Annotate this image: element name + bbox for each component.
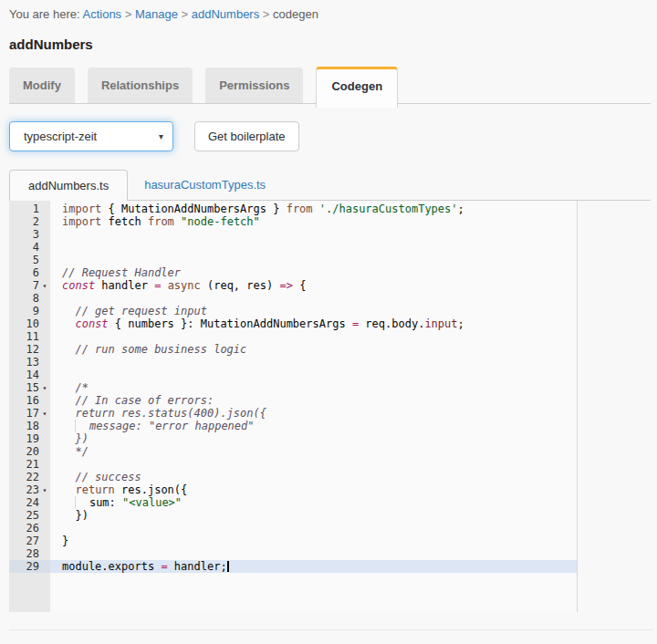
line-number: 5 bbox=[9, 254, 39, 266]
line-number: 9 bbox=[9, 305, 39, 317]
code-line[interactable]: // run some business logic bbox=[50, 343, 577, 356]
breadcrumb-link[interactable]: Actions bbox=[82, 7, 121, 21]
line-number: 27 bbox=[9, 535, 39, 547]
line-number: 29 bbox=[9, 560, 39, 573]
line-number: 21 bbox=[9, 458, 39, 471]
gutter-line: 20 bbox=[9, 445, 50, 458]
code-line[interactable]: // In case of errors: bbox=[50, 394, 577, 407]
code-line[interactable] bbox=[50, 241, 577, 254]
code-token: */ bbox=[62, 445, 89, 458]
code-token: handler; bbox=[168, 560, 227, 573]
code-line[interactable]: message: "error happened" bbox=[50, 420, 577, 432]
code-line[interactable] bbox=[50, 547, 577, 560]
gutter-line: 10 bbox=[9, 317, 50, 330]
line-number: 26 bbox=[9, 522, 39, 535]
editor-code[interactable]: import { MutationAddNumbersArgs } from '… bbox=[50, 201, 577, 612]
code-line[interactable] bbox=[50, 228, 577, 241]
code-token bbox=[62, 483, 75, 496]
code-line[interactable]: import fetch from "node-fetch" bbox=[50, 215, 577, 228]
tab-permissions[interactable]: Permissions bbox=[205, 68, 303, 103]
code-line[interactable]: const { numbers }: MutationAddNumbersArg… bbox=[50, 317, 577, 330]
gutter-line: 19 bbox=[9, 432, 50, 445]
code-line[interactable]: // Request Handler bbox=[50, 266, 577, 279]
fold-arrow-icon[interactable]: ▾ bbox=[43, 410, 47, 418]
code-line[interactable]: return res.json({ bbox=[50, 483, 577, 496]
code-line[interactable] bbox=[50, 254, 577, 266]
code-line[interactable]: */ bbox=[50, 445, 577, 458]
breadcrumb-link[interactable]: Manage bbox=[135, 7, 178, 21]
gutter-line: 7▾ bbox=[9, 279, 50, 292]
code-line[interactable]: // get request input bbox=[50, 305, 577, 317]
line-number: 8 bbox=[9, 292, 39, 305]
code-token: // get request input bbox=[62, 305, 207, 317]
code-token: (req, res) bbox=[201, 279, 280, 292]
code-line[interactable] bbox=[50, 369, 577, 381]
gutter-line: 2 bbox=[9, 215, 50, 228]
code-line[interactable]: }) bbox=[50, 432, 577, 445]
chevron-down-icon: ▾ bbox=[159, 131, 163, 141]
code-token: const bbox=[62, 279, 95, 292]
gutter-line: 16 bbox=[9, 394, 50, 407]
breadcrumb-link[interactable]: addNumbers bbox=[192, 7, 259, 21]
code-line[interactable]: module.exports = handler; bbox=[50, 560, 577, 573]
code-line[interactable]: } bbox=[50, 535, 577, 547]
file-tab-hasuraCustomTypes-ts[interactable]: hasuraCustomTypes.ts bbox=[128, 170, 282, 200]
code-line[interactable]: // success bbox=[50, 471, 577, 483]
line-number: 2 bbox=[9, 215, 39, 228]
breadcrumb-prefix: You are here: bbox=[9, 7, 82, 21]
code-token: './hasuraCustomTypes' bbox=[319, 203, 458, 215]
code-token: // Request Handler bbox=[62, 266, 181, 279]
line-number: 22 bbox=[9, 471, 39, 483]
code-line[interactable] bbox=[50, 458, 577, 471]
code-token: import bbox=[62, 203, 101, 215]
code-line[interactable]: const handler = async (req, res) => { bbox=[50, 279, 577, 292]
code-token: message: "error happened" bbox=[76, 420, 254, 432]
codegen-framework-select[interactable]: typescript-zeit ▾ bbox=[9, 121, 173, 151]
code-token bbox=[174, 215, 181, 228]
gutter-line: 18 bbox=[9, 420, 50, 432]
line-number: 23 bbox=[9, 483, 39, 496]
code-line[interactable]: return res.status(400).json({ bbox=[50, 407, 577, 420]
tab-codegen[interactable]: Codegen bbox=[316, 67, 398, 108]
fold-slot: ▾ bbox=[39, 278, 50, 293]
code-token: }) bbox=[62, 509, 89, 522]
code-token: return bbox=[75, 483, 114, 496]
breadcrumb-separator: > bbox=[121, 7, 135, 21]
gutter-line: 29 bbox=[9, 560, 50, 573]
fold-arrow-icon[interactable]: ▾ bbox=[43, 384, 47, 392]
code-token bbox=[161, 279, 167, 292]
code-token: from bbox=[287, 203, 313, 215]
codegen-toolbar: typescript-zeit ▾ Get boilerplate bbox=[9, 121, 651, 151]
code-token: async bbox=[168, 279, 201, 292]
code-line[interactable]: sum: "<value>" bbox=[50, 496, 577, 509]
code-line[interactable] bbox=[50, 522, 577, 535]
tab-relationships[interactable]: Relationships bbox=[88, 68, 193, 103]
fold-slot: ▾ bbox=[39, 483, 50, 497]
get-boilerplate-button[interactable]: Get boilerplate bbox=[194, 121, 299, 151]
code-line[interactable] bbox=[50, 356, 577, 369]
code-line[interactable]: /* bbox=[50, 381, 577, 394]
line-number: 6 bbox=[9, 266, 39, 279]
line-number: 15 bbox=[9, 381, 39, 394]
tab-modify[interactable]: Modify bbox=[9, 68, 75, 103]
gutter-line: 14 bbox=[9, 369, 50, 381]
code-line[interactable]: }) bbox=[50, 509, 577, 522]
code-token: ; bbox=[458, 317, 464, 330]
breadcrumb-separator: > bbox=[259, 7, 273, 21]
code-editor[interactable]: 1234567▾89101112131415▾1617▾181920212223… bbox=[9, 201, 578, 612]
fold-slot: ▾ bbox=[39, 380, 50, 395]
code-token: { bbox=[293, 279, 306, 292]
code-line[interactable] bbox=[50, 292, 577, 305]
code-token: { MutationAddNumbersArgs } bbox=[101, 203, 286, 215]
code-line[interactable] bbox=[50, 330, 577, 343]
code-line[interactable]: import { MutationAddNumbersArgs } from '… bbox=[50, 203, 577, 215]
line-number: 7 bbox=[9, 279, 39, 292]
code-token: import bbox=[62, 215, 101, 228]
gutter-line: 23▾ bbox=[9, 483, 50, 496]
fold-arrow-icon[interactable]: ▾ bbox=[43, 486, 47, 494]
divider bbox=[9, 629, 653, 630]
line-number: 13 bbox=[9, 356, 39, 369]
file-tab-addNumbers-ts[interactable]: addNumbers.ts bbox=[9, 170, 128, 201]
fold-arrow-icon[interactable]: ▾ bbox=[43, 282, 47, 290]
line-number: 18 bbox=[9, 420, 39, 432]
